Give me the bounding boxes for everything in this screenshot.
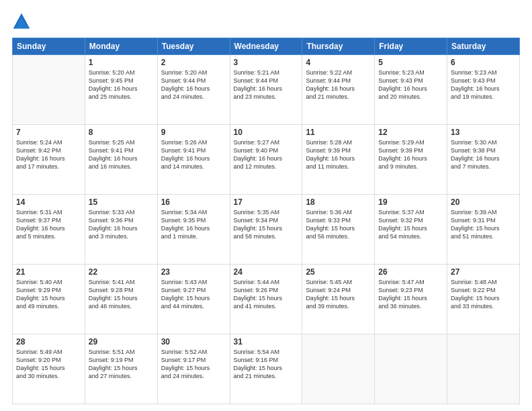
calendar-cell: 11Sunrise: 5:28 AM Sunset: 9:39 PM Dayli… xyxy=(302,125,375,195)
day-info: Sunrise: 5:51 AM Sunset: 9:19 PM Dayligh… xyxy=(89,348,154,381)
day-info: Sunrise: 5:23 AM Sunset: 9:43 PM Dayligh… xyxy=(451,68,516,101)
calendar-cell xyxy=(447,334,520,404)
day-number: 10 xyxy=(234,128,299,137)
calendar-cell xyxy=(375,334,447,404)
day-info: Sunrise: 5:41 AM Sunset: 9:28 PM Dayligh… xyxy=(89,278,154,311)
day-info: Sunrise: 5:29 AM Sunset: 9:39 PM Dayligh… xyxy=(378,138,443,171)
day-number: 25 xyxy=(306,267,371,277)
calendar-week-row: 7Sunrise: 5:24 AM Sunset: 9:42 PM Daylig… xyxy=(13,125,520,195)
day-number: 7 xyxy=(16,128,81,137)
day-number: 2 xyxy=(161,58,226,67)
calendar-cell: 17Sunrise: 5:35 AM Sunset: 9:34 PM Dayli… xyxy=(230,195,302,265)
page: SundayMondayTuesdayWednesdayThursdayFrid… xyxy=(0,0,532,411)
calendar-cell: 2Sunrise: 5:20 AM Sunset: 9:44 PM Daylig… xyxy=(157,55,230,125)
day-info: Sunrise: 5:34 AM Sunset: 9:35 PM Dayligh… xyxy=(161,208,226,241)
calendar-cell: 27Sunrise: 5:48 AM Sunset: 9:22 PM Dayli… xyxy=(447,265,520,334)
calendar-cell: 8Sunrise: 5:25 AM Sunset: 9:41 PM Daylig… xyxy=(85,125,157,195)
calendar-cell: 15Sunrise: 5:33 AM Sunset: 9:36 PM Dayli… xyxy=(85,195,157,265)
calendar-cell: 1Sunrise: 5:20 AM Sunset: 9:45 PM Daylig… xyxy=(85,55,157,125)
calendar-cell: 7Sunrise: 5:24 AM Sunset: 9:42 PM Daylig… xyxy=(13,125,85,195)
calendar-table: SundayMondayTuesdayWednesdayThursdayFrid… xyxy=(12,38,520,404)
calendar-cell: 9Sunrise: 5:26 AM Sunset: 9:41 PM Daylig… xyxy=(157,125,230,195)
day-number: 20 xyxy=(451,197,516,207)
calendar-header-row: SundayMondayTuesdayWednesdayThursdayFrid… xyxy=(13,38,520,55)
day-number: 23 xyxy=(161,267,226,277)
day-number: 3 xyxy=(234,58,299,67)
calendar-cell: 18Sunrise: 5:36 AM Sunset: 9:33 PM Dayli… xyxy=(302,195,375,265)
day-number: 24 xyxy=(234,267,299,277)
day-number: 28 xyxy=(16,337,81,347)
day-number: 21 xyxy=(16,267,81,277)
day-info: Sunrise: 5:47 AM Sunset: 9:23 PM Dayligh… xyxy=(378,278,443,311)
day-number: 1 xyxy=(89,58,154,67)
calendar-cell: 13Sunrise: 5:30 AM Sunset: 9:38 PM Dayli… xyxy=(447,125,520,195)
calendar-cell: 16Sunrise: 5:34 AM Sunset: 9:35 PM Dayli… xyxy=(157,195,230,265)
day-number: 9 xyxy=(161,128,226,137)
day-info: Sunrise: 5:28 AM Sunset: 9:39 PM Dayligh… xyxy=(306,138,371,171)
day-number: 13 xyxy=(451,128,516,137)
calendar-cell: 28Sunrise: 5:49 AM Sunset: 9:20 PM Dayli… xyxy=(13,334,85,404)
day-number: 5 xyxy=(378,58,443,67)
day-info: Sunrise: 5:26 AM Sunset: 9:41 PM Dayligh… xyxy=(161,138,226,171)
day-info: Sunrise: 5:31 AM Sunset: 9:37 PM Dayligh… xyxy=(16,208,81,241)
day-number: 29 xyxy=(89,337,154,347)
day-info: Sunrise: 5:33 AM Sunset: 9:36 PM Dayligh… xyxy=(89,208,154,241)
day-info: Sunrise: 5:27 AM Sunset: 9:40 PM Dayligh… xyxy=(234,138,299,171)
calendar-cell: 14Sunrise: 5:31 AM Sunset: 9:37 PM Dayli… xyxy=(13,195,85,265)
logo-icon xyxy=(12,12,31,31)
day-info: Sunrise: 5:54 AM Sunset: 9:16 PM Dayligh… xyxy=(234,348,299,381)
calendar-day-header: Friday xyxy=(375,38,447,55)
calendar-cell: 30Sunrise: 5:52 AM Sunset: 9:17 PM Dayli… xyxy=(157,334,230,404)
day-info: Sunrise: 5:20 AM Sunset: 9:45 PM Dayligh… xyxy=(89,68,154,101)
calendar-cell: 3Sunrise: 5:21 AM Sunset: 9:44 PM Daylig… xyxy=(230,55,302,125)
calendar-cell: 10Sunrise: 5:27 AM Sunset: 9:40 PM Dayli… xyxy=(230,125,302,195)
calendar-cell: 26Sunrise: 5:47 AM Sunset: 9:23 PM Dayli… xyxy=(375,265,447,334)
day-number: 6 xyxy=(451,58,516,67)
day-number: 4 xyxy=(306,58,371,67)
calendar-cell: 22Sunrise: 5:41 AM Sunset: 9:28 PM Dayli… xyxy=(85,265,157,334)
calendar-day-header: Sunday xyxy=(13,38,85,55)
day-info: Sunrise: 5:30 AM Sunset: 9:38 PM Dayligh… xyxy=(451,138,516,171)
calendar-cell: 29Sunrise: 5:51 AM Sunset: 9:19 PM Dayli… xyxy=(85,334,157,404)
calendar-week-row: 1Sunrise: 5:20 AM Sunset: 9:45 PM Daylig… xyxy=(13,55,520,125)
calendar-day-header: Monday xyxy=(85,38,157,55)
day-number: 19 xyxy=(378,197,443,207)
day-number: 17 xyxy=(234,197,299,207)
calendar-cell: 5Sunrise: 5:23 AM Sunset: 9:43 PM Daylig… xyxy=(375,55,447,125)
calendar-cell: 31Sunrise: 5:54 AM Sunset: 9:16 PM Dayli… xyxy=(230,334,302,404)
day-info: Sunrise: 5:49 AM Sunset: 9:20 PM Dayligh… xyxy=(16,348,81,381)
calendar-cell: 4Sunrise: 5:22 AM Sunset: 9:44 PM Daylig… xyxy=(302,55,375,125)
calendar-day-header: Thursday xyxy=(302,38,375,55)
day-number: 31 xyxy=(234,337,299,347)
calendar-cell: 19Sunrise: 5:37 AM Sunset: 9:32 PM Dayli… xyxy=(375,195,447,265)
day-info: Sunrise: 5:40 AM Sunset: 9:29 PM Dayligh… xyxy=(16,278,81,311)
day-info: Sunrise: 5:44 AM Sunset: 9:26 PM Dayligh… xyxy=(234,278,299,311)
day-info: Sunrise: 5:36 AM Sunset: 9:33 PM Dayligh… xyxy=(306,208,371,241)
calendar-cell: 20Sunrise: 5:39 AM Sunset: 9:31 PM Dayli… xyxy=(447,195,520,265)
day-number: 26 xyxy=(378,267,443,277)
day-number: 16 xyxy=(161,197,226,207)
header xyxy=(12,12,520,31)
day-info: Sunrise: 5:21 AM Sunset: 9:44 PM Dayligh… xyxy=(234,68,299,101)
day-info: Sunrise: 5:45 AM Sunset: 9:24 PM Dayligh… xyxy=(306,278,371,311)
logo xyxy=(12,12,34,31)
calendar-cell: 21Sunrise: 5:40 AM Sunset: 9:29 PM Dayli… xyxy=(13,265,85,334)
day-info: Sunrise: 5:25 AM Sunset: 9:41 PM Dayligh… xyxy=(89,138,154,171)
calendar-cell xyxy=(302,334,375,404)
day-info: Sunrise: 5:39 AM Sunset: 9:31 PM Dayligh… xyxy=(451,208,516,241)
calendar-week-row: 14Sunrise: 5:31 AM Sunset: 9:37 PM Dayli… xyxy=(13,195,520,265)
day-number: 30 xyxy=(161,337,226,347)
calendar-cell: 12Sunrise: 5:29 AM Sunset: 9:39 PM Dayli… xyxy=(375,125,447,195)
calendar-cell: 24Sunrise: 5:44 AM Sunset: 9:26 PM Dayli… xyxy=(230,265,302,334)
calendar-week-row: 28Sunrise: 5:49 AM Sunset: 9:20 PM Dayli… xyxy=(13,334,520,404)
calendar-cell: 6Sunrise: 5:23 AM Sunset: 9:43 PM Daylig… xyxy=(447,55,520,125)
day-info: Sunrise: 5:48 AM Sunset: 9:22 PM Dayligh… xyxy=(451,278,516,311)
day-info: Sunrise: 5:22 AM Sunset: 9:44 PM Dayligh… xyxy=(306,68,371,101)
day-info: Sunrise: 5:37 AM Sunset: 9:32 PM Dayligh… xyxy=(378,208,443,241)
calendar-day-header: Tuesday xyxy=(157,38,230,55)
day-number: 22 xyxy=(89,267,154,277)
day-info: Sunrise: 5:23 AM Sunset: 9:43 PM Dayligh… xyxy=(378,68,443,101)
calendar-cell: 23Sunrise: 5:43 AM Sunset: 9:27 PM Dayli… xyxy=(157,265,230,334)
day-number: 18 xyxy=(306,197,371,207)
day-number: 12 xyxy=(378,128,443,137)
